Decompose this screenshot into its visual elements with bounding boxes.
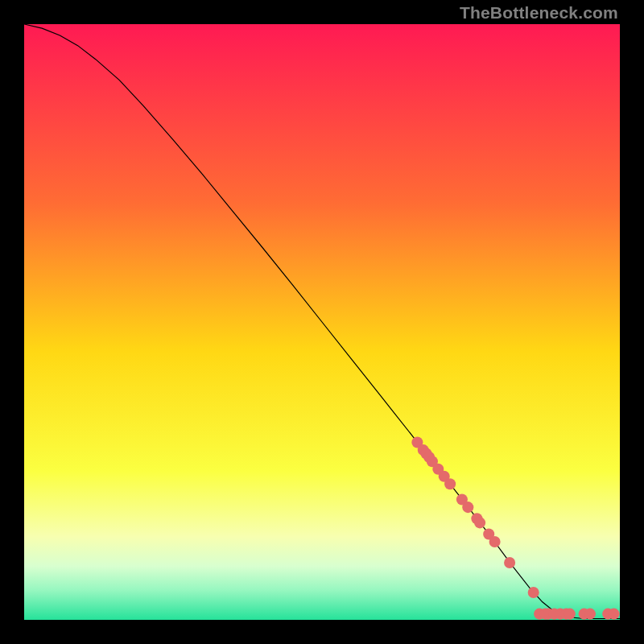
data-dot xyxy=(528,587,539,598)
data-dot xyxy=(504,557,515,568)
data-dot xyxy=(444,478,456,489)
data-dot xyxy=(474,517,485,528)
data-dot xyxy=(609,609,620,620)
data-dot xyxy=(564,609,576,620)
black-border: TheBottleneck.com xyxy=(0,0,644,644)
bottleneck-chart xyxy=(24,24,620,620)
data-dot xyxy=(584,609,596,620)
watermark-text: TheBottleneck.com xyxy=(460,3,618,23)
data-dot xyxy=(462,502,473,513)
chart-area xyxy=(24,24,620,620)
data-dot xyxy=(489,536,501,547)
